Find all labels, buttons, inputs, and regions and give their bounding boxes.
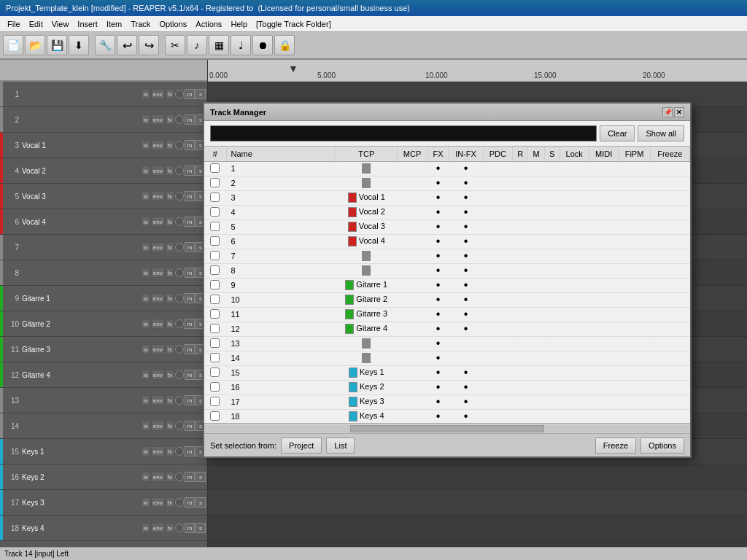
track-fx-btn[interactable]: fx <box>166 268 174 278</box>
tm-row-col-6[interactable] <box>619 365 650 380</box>
tm-row-col-4[interactable] <box>560 190 589 205</box>
tm-row-col-4[interactable] <box>560 263 589 278</box>
tm-row-fx[interactable]: • <box>449 380 483 394</box>
tm-row-col-7[interactable] <box>650 219 689 234</box>
track-mute-btn[interactable]: m <box>185 191 195 201</box>
tm-row-col-6[interactable] <box>619 234 650 249</box>
arrange-row[interactable] <box>208 464 747 490</box>
tm-row-col-4[interactable] <box>560 380 589 394</box>
tm-table-row[interactable]: 1 •• <box>204 161 690 176</box>
tm-row-col-1[interactable] <box>513 336 528 351</box>
tm-row-col-6[interactable] <box>619 394 650 409</box>
tm-col-header-fx[interactable]: FX <box>427 147 449 161</box>
track-fx-btn[interactable]: fx <box>166 497 174 508</box>
tm-row-checkbox[interactable] <box>210 163 220 173</box>
tm-row-tcp[interactable] <box>397 249 427 263</box>
tm-row-col-5[interactable] <box>589 161 618 176</box>
tm-row-col-1[interactable] <box>513 365 528 380</box>
toolbar-lock[interactable]: 🔒 <box>274 35 295 55</box>
tm-row-col-0[interactable] <box>483 161 512 176</box>
tm-row-col-6[interactable] <box>619 161 650 176</box>
tm-row-fx[interactable]: • <box>449 278 483 292</box>
tm-row-col-1[interactable] <box>513 161 528 176</box>
track-fx-btn[interactable]: fx <box>166 242 174 252</box>
tm-row-col-0[interactable] <box>483 234 512 249</box>
track-row[interactable]: 10Gitarre 2ioenvfxms <box>0 311 207 337</box>
tm-table-row[interactable]: 9 Gitarre 1•• <box>204 278 690 292</box>
tm-row-col-7[interactable] <box>650 351 689 365</box>
tm-row-tcp[interactable] <box>397 322 427 336</box>
tm-row-col-5[interactable] <box>589 278 618 292</box>
tm-row-col-7[interactable] <box>650 380 689 394</box>
tm-row-col-5[interactable] <box>589 249 618 263</box>
tm-row-col-4[interactable] <box>560 307 589 322</box>
tm-row-tcp[interactable] <box>397 380 427 394</box>
tm-row-col-2[interactable] <box>528 161 545 176</box>
tm-row-col-6[interactable] <box>619 336 650 351</box>
tm-row-checkbox[interactable] <box>210 280 220 289</box>
track-fx-btn[interactable]: fx <box>166 370 174 380</box>
tm-row-tcp[interactable] <box>397 176 427 190</box>
menu-edit[interactable]: Edit <box>25 18 47 30</box>
tm-row-col-7[interactable] <box>650 292 689 307</box>
tm-row-col-7[interactable] <box>650 176 689 190</box>
track-env-btn[interactable]: env <box>151 344 165 354</box>
tm-row-col-2[interactable] <box>528 322 545 336</box>
tm-row-col-3[interactable] <box>545 380 560 394</box>
tm-row-col-3[interactable] <box>545 249 560 263</box>
tm-table-row[interactable]: 16 Keys 2•• <box>204 380 690 394</box>
tm-row-col-7[interactable] <box>650 205 689 219</box>
tm-row-mcp[interactable]: • <box>427 307 449 322</box>
tm-row-col-7[interactable] <box>650 278 689 292</box>
tm-row-col-4[interactable] <box>560 176 589 190</box>
tm-row-col-7[interactable] <box>650 161 689 176</box>
tm-row-col-1[interactable] <box>513 176 528 190</box>
tm-row-mcp[interactable]: • <box>427 409 449 423</box>
track-row[interactable]: 6Vocal 4ioenvfxms <box>0 209 207 235</box>
tm-show-all-button[interactable]: Show all <box>638 125 684 141</box>
track-io-btn[interactable]: io <box>142 293 150 303</box>
tm-row-fx[interactable] <box>449 351 483 365</box>
tm-row-tcp[interactable] <box>397 161 427 176</box>
toolbar-save[interactable]: 💾 <box>47 35 67 55</box>
tm-row-col-1[interactable] <box>513 394 528 409</box>
track-io-btn[interactable]: io <box>142 472 150 482</box>
track-io-btn[interactable]: io <box>142 140 150 150</box>
tm-row-mcp[interactable]: • <box>427 292 449 307</box>
tm-row-col-1[interactable] <box>513 219 528 234</box>
tm-close-btn[interactable]: ✕ <box>674 107 684 117</box>
track-io-btn[interactable]: io <box>142 268 150 278</box>
menu-file[interactable]: File <box>3 18 25 30</box>
track-row[interactable]: 3Vocal 1ioenvfxms <box>0 133 207 158</box>
tm-row-fx[interactable]: • <box>449 307 483 322</box>
tm-row-col-2[interactable] <box>528 409 545 423</box>
tm-col-header-lock[interactable]: Lock <box>560 147 589 161</box>
tm-row-fx[interactable]: • <box>449 322 483 336</box>
track-env-btn[interactable]: env <box>151 268 165 278</box>
tm-row-mcp[interactable]: • <box>427 205 449 219</box>
tm-row-fx[interactable]: • <box>449 205 483 219</box>
tm-row-col-5[interactable] <box>589 176 618 190</box>
tm-row-col-5[interactable] <box>589 292 618 307</box>
tm-row-col-4[interactable] <box>560 161 589 176</box>
tm-row-tcp[interactable] <box>397 190 427 205</box>
track-mute-btn[interactable]: m <box>185 89 195 99</box>
tm-row-tcp[interactable] <box>397 351 427 365</box>
track-row[interactable]: 2ioenvfxms <box>0 107 207 133</box>
track-fx-btn[interactable]: fx <box>166 166 174 176</box>
track-fx-btn[interactable]: fx <box>166 89 174 99</box>
track-solo-btn[interactable]: s <box>196 89 206 99</box>
tm-row-col-4[interactable] <box>560 394 589 409</box>
tm-row-col-7[interactable] <box>650 263 689 278</box>
tm-row-col-4[interactable] <box>560 409 589 423</box>
track-env-btn[interactable]: env <box>151 446 165 456</box>
tm-row-tcp[interactable] <box>397 365 427 380</box>
tm-col-header-name[interactable]: Name <box>226 147 336 161</box>
tm-row-col-4[interactable] <box>560 351 589 365</box>
tm-row-col-2[interactable] <box>528 249 545 263</box>
track-row[interactable]: 5Vocal 3ioenvfxms <box>0 184 207 209</box>
tm-table-row[interactable]: 17 Keys 3•• <box>204 394 690 409</box>
track-io-btn[interactable]: io <box>142 191 150 201</box>
tm-row-checkbox[interactable] <box>210 397 220 406</box>
tm-row-col-2[interactable] <box>528 263 545 278</box>
